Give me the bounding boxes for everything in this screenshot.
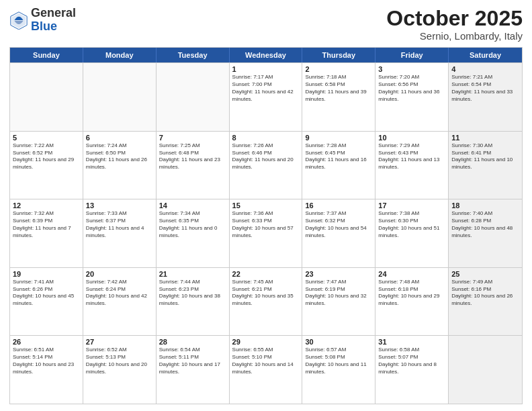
day-number: 8 [232, 134, 300, 142]
day-info: Sunrise: 7:22 AMSunset: 6:52 PMDaylight:… [13, 142, 80, 171]
day-number: 6 [86, 134, 153, 142]
page: General Blue October 2025 Sernio, Lombar… [0, 0, 532, 411]
day-number: 18 [451, 201, 519, 210]
calendar-row: 1Sunrise: 7:17 AMSunset: 7:00 PMDaylight… [10, 62, 522, 131]
calendar-cell: 20Sunrise: 7:42 AMSunset: 6:24 PMDayligh… [83, 268, 157, 336]
calendar-row: 19Sunrise: 7:41 AMSunset: 6:26 PMDayligh… [10, 267, 522, 336]
calendar-cell: 11Sunrise: 7:30 AMSunset: 6:41 PMDayligh… [449, 132, 522, 199]
day-number: 30 [305, 338, 372, 346]
calendar-cell: 21Sunrise: 7:44 AMSunset: 6:23 PMDayligh… [157, 268, 230, 336]
calendar-body: 1Sunrise: 7:17 AMSunset: 7:00 PMDaylight… [10, 62, 522, 404]
day-info: Sunrise: 7:34 AMSunset: 6:35 PMDaylight:… [159, 210, 226, 239]
day-info: Sunrise: 7:48 AMSunset: 6:18 PMDaylight:… [378, 279, 445, 308]
calendar-cell: 22Sunrise: 7:45 AMSunset: 6:21 PMDayligh… [230, 268, 303, 336]
day-info: Sunrise: 7:18 AMSunset: 6:58 PMDaylight:… [305, 74, 372, 103]
day-number: 26 [13, 338, 80, 346]
calendar-cell: 27Sunrise: 6:52 AMSunset: 5:13 PMDayligh… [83, 336, 157, 404]
day-number: 29 [232, 338, 300, 346]
day-info: Sunrise: 7:32 AMSunset: 6:39 PMDaylight:… [13, 210, 80, 239]
page-title: October 2025 [386, 7, 523, 30]
day-number: 2 [305, 65, 372, 73]
day-number: 5 [13, 134, 80, 142]
day-number: 27 [86, 338, 153, 346]
day-number: 16 [305, 201, 372, 210]
day-info: Sunrise: 7:33 AMSunset: 6:37 PMDaylight:… [86, 210, 153, 239]
day-number: 28 [159, 338, 226, 346]
calendar-cell: 15Sunrise: 7:36 AMSunset: 6:33 PMDayligh… [230, 199, 303, 267]
day-info: Sunrise: 7:38 AMSunset: 6:30 PMDaylight:… [378, 210, 445, 239]
day-header-friday: Friday [375, 48, 449, 62]
calendar-cell [157, 63, 230, 131]
day-info: Sunrise: 7:26 AMSunset: 6:46 PMDaylight:… [232, 142, 300, 171]
day-header-monday: Monday [83, 48, 157, 62]
calendar-cell: 26Sunrise: 6:51 AMSunset: 5:14 PMDayligh… [10, 336, 83, 404]
day-info: Sunrise: 7:25 AMSunset: 6:48 PMDaylight:… [159, 142, 226, 171]
header: General Blue October 2025 Sernio, Lombar… [9, 7, 523, 42]
calendar-cell: 30Sunrise: 6:57 AMSunset: 5:08 PMDayligh… [302, 336, 375, 404]
calendar-row: 12Sunrise: 7:32 AMSunset: 6:39 PMDayligh… [10, 199, 522, 267]
calendar-cell: 29Sunrise: 6:55 AMSunset: 5:10 PMDayligh… [230, 336, 303, 404]
logo-icon [9, 11, 28, 30]
calendar-cell [449, 336, 522, 404]
day-number: 17 [378, 201, 445, 210]
day-number: 25 [451, 270, 519, 278]
calendar-cell: 3Sunrise: 7:20 AMSunset: 6:56 PMDaylight… [375, 63, 449, 131]
logo: General Blue [9, 7, 76, 34]
day-header-saturday: Saturday [449, 48, 522, 62]
day-info: Sunrise: 7:41 AMSunset: 6:26 PMDaylight:… [13, 279, 80, 308]
day-number: 19 [13, 270, 80, 278]
logo-general: General [31, 6, 76, 19]
day-info: Sunrise: 7:40 AMSunset: 6:28 PMDaylight:… [451, 210, 519, 239]
logo-blue: Blue [31, 19, 57, 33]
day-info: Sunrise: 6:57 AMSunset: 5:08 PMDaylight:… [305, 347, 372, 375]
day-number: 11 [451, 134, 519, 142]
calendar-cell: 16Sunrise: 7:37 AMSunset: 6:32 PMDayligh… [302, 199, 375, 267]
calendar-cell: 19Sunrise: 7:41 AMSunset: 6:26 PMDayligh… [10, 268, 83, 336]
day-info: Sunrise: 7:28 AMSunset: 6:45 PMDaylight:… [305, 142, 372, 171]
calendar-cell: 5Sunrise: 7:22 AMSunset: 6:52 PMDaylight… [10, 132, 83, 199]
day-number: 10 [378, 134, 445, 142]
calendar-cell: 25Sunrise: 7:49 AMSunset: 6:16 PMDayligh… [449, 268, 522, 336]
day-number: 23 [305, 270, 372, 278]
day-number: 4 [451, 65, 519, 73]
calendar-cell: 24Sunrise: 7:48 AMSunset: 6:18 PMDayligh… [375, 268, 449, 336]
day-info: Sunrise: 7:30 AMSunset: 6:41 PMDaylight:… [451, 142, 519, 171]
day-number: 13 [86, 201, 153, 210]
day-info: Sunrise: 7:17 AMSunset: 7:00 PMDaylight:… [232, 74, 300, 103]
day-number: 21 [159, 270, 226, 278]
day-info: Sunrise: 6:51 AMSunset: 5:14 PMDaylight:… [13, 347, 80, 375]
day-number: 3 [378, 65, 445, 73]
calendar-cell [83, 63, 157, 131]
calendar-cell [10, 63, 83, 131]
day-info: Sunrise: 7:21 AMSunset: 6:54 PMDaylight:… [451, 74, 519, 103]
calendar-cell: 6Sunrise: 7:24 AMSunset: 6:50 PMDaylight… [83, 132, 157, 199]
calendar-cell: 13Sunrise: 7:33 AMSunset: 6:37 PMDayligh… [83, 199, 157, 267]
calendar-row: 26Sunrise: 6:51 AMSunset: 5:14 PMDayligh… [10, 335, 522, 404]
day-number: 1 [232, 65, 300, 73]
page-subtitle: Sernio, Lombardy, Italy [386, 30, 523, 42]
calendar-cell: 10Sunrise: 7:29 AMSunset: 6:43 PMDayligh… [375, 132, 449, 199]
day-info: Sunrise: 6:55 AMSunset: 5:10 PMDaylight:… [232, 347, 300, 375]
day-info: Sunrise: 7:20 AMSunset: 6:56 PMDaylight:… [378, 74, 445, 103]
day-number: 9 [305, 134, 372, 142]
day-info: Sunrise: 7:36 AMSunset: 6:33 PMDaylight:… [232, 210, 300, 239]
day-info: Sunrise: 7:24 AMSunset: 6:50 PMDaylight:… [86, 142, 153, 171]
svg-marker-0 [12, 13, 26, 28]
day-info: Sunrise: 7:47 AMSunset: 6:19 PMDaylight:… [305, 279, 372, 308]
day-number: 15 [232, 201, 300, 210]
calendar-cell: 1Sunrise: 7:17 AMSunset: 7:00 PMDaylight… [230, 63, 303, 131]
day-info: Sunrise: 7:29 AMSunset: 6:43 PMDaylight:… [378, 142, 445, 171]
day-header-wednesday: Wednesday [230, 48, 303, 62]
day-number: 7 [159, 134, 226, 142]
day-number: 31 [378, 338, 445, 346]
day-info: Sunrise: 6:54 AMSunset: 5:11 PMDaylight:… [159, 347, 226, 375]
calendar-header: SundayMondayTuesdayWednesdayThursdayFrid… [10, 48, 522, 62]
day-number: 14 [159, 201, 226, 210]
day-info: Sunrise: 7:49 AMSunset: 6:16 PMDaylight:… [451, 279, 519, 308]
calendar-cell: 9Sunrise: 7:28 AMSunset: 6:45 PMDaylight… [302, 132, 375, 199]
day-header-tuesday: Tuesday [157, 48, 230, 62]
day-number: 22 [232, 270, 300, 278]
day-header-sunday: Sunday [10, 48, 83, 62]
calendar-row: 5Sunrise: 7:22 AMSunset: 6:52 PMDaylight… [10, 131, 522, 199]
day-number: 12 [13, 201, 80, 210]
